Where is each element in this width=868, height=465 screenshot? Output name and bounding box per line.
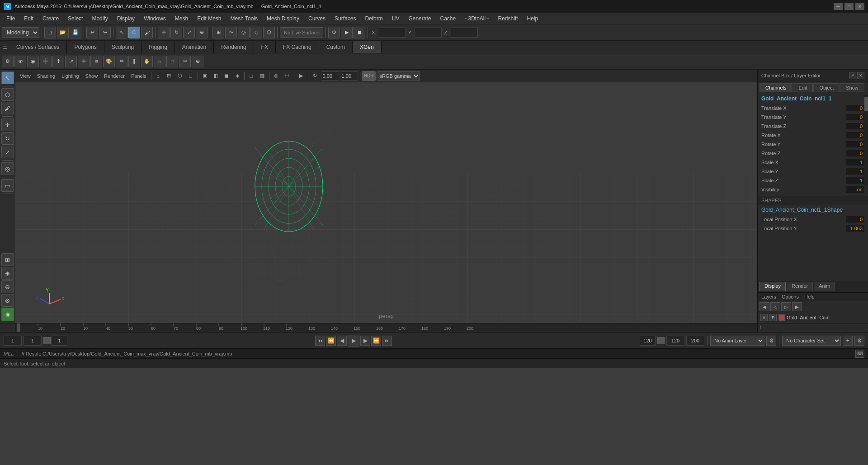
rotate-tool-button[interactable]: ↻: [170, 27, 182, 38]
rotate-x-value[interactable]: 0: [846, 132, 864, 138]
gamma-select[interactable]: sRGB gamma: [377, 71, 420, 81]
xgen-hair-button[interactable]: ≋: [90, 56, 102, 67]
snap-proj-button[interactable]: ◇: [250, 27, 262, 38]
snap-panel2-button[interactable]: ⊕: [1, 267, 14, 280]
anim-tab[interactable]: Anim: [814, 282, 835, 291]
render-button[interactable]: ▶: [341, 27, 353, 38]
undo-button[interactable]: ↩: [86, 27, 98, 38]
start-frame-field[interactable]: [24, 336, 42, 346]
tab-polygons[interactable]: Polygons: [67, 41, 104, 53]
translate-y-value[interactable]: 0: [846, 114, 864, 120]
menu-help[interactable]: Help: [523, 13, 543, 24]
object-tab[interactable]: Object: [813, 83, 840, 92]
snap-grid-button[interactable]: ⊞: [212, 27, 224, 38]
visibility-value[interactable]: on: [846, 186, 864, 193]
near-clip-field[interactable]: [321, 71, 339, 81]
go-to-end-button[interactable]: ⏭: [382, 336, 392, 346]
anim-layer-settings-button[interactable]: ⚙: [766, 336, 776, 346]
menu-modify[interactable]: Modify: [87, 13, 112, 24]
move-mode-button[interactable]: ✛: [1, 119, 14, 131]
scale-y-value[interactable]: 1: [846, 168, 864, 175]
menu-create[interactable]: Create: [38, 13, 63, 24]
rotate-mode-button[interactable]: ↻: [1, 132, 14, 145]
end-frame-field[interactable]: [640, 336, 656, 346]
xgen-tool13-button[interactable]: ⊕: [192, 56, 203, 67]
step-forward-button[interactable]: ⏩: [371, 336, 381, 346]
paint-select-button[interactable]: 🖌: [141, 27, 153, 38]
xgen-tool12-button[interactable]: ✂: [179, 56, 191, 67]
render-settings-button[interactable]: ⚙: [328, 27, 340, 38]
menu-edit[interactable]: Edit: [19, 13, 38, 24]
ipr-button[interactable]: ◼: [354, 27, 365, 38]
select-tool-button[interactable]: ↖: [116, 27, 127, 38]
viewport-canvas[interactable]: X Y Z persp: [15, 82, 757, 323]
shaded-button[interactable]: ◧: [211, 71, 221, 81]
xgen-settings-button[interactable]: ⚙: [2, 56, 14, 67]
panel-float-button[interactable]: ↗: [849, 72, 856, 79]
layer-arrow-left-button[interactable]: ◀: [760, 302, 769, 311]
minimize-button[interactable]: ─: [834, 3, 843, 10]
tab-fx-caching[interactable]: FX Caching: [276, 41, 319, 53]
hdr-button[interactable]: HDR: [362, 71, 376, 81]
xray-button[interactable]: ⚇: [282, 71, 292, 81]
prev-keyframe-button[interactable]: ◀: [337, 336, 347, 346]
menu-generate[interactable]: Generate: [404, 13, 435, 24]
range-end-field[interactable]: [666, 336, 684, 346]
z-field[interactable]: [451, 28, 478, 38]
scale-tool-button[interactable]: ⤢: [183, 27, 195, 38]
menu-cache[interactable]: Cache: [435, 13, 460, 24]
universal-manip-button[interactable]: ⊕: [196, 27, 208, 38]
redo-button[interactable]: ↪: [99, 27, 111, 38]
far-clip-field[interactable]: [340, 71, 358, 81]
step-back-button[interactable]: ⏪: [326, 336, 336, 346]
isolate-select-button[interactable]: ◎: [271, 71, 281, 81]
move-tool-button[interactable]: ✛: [158, 27, 170, 38]
rotate-y-value[interactable]: 0: [846, 141, 864, 147]
save-button[interactable]: 💾: [70, 27, 81, 38]
anim-layer-dropdown[interactable]: No Anim Layer: [710, 336, 764, 346]
textured-button[interactable]: ◼: [222, 71, 231, 81]
view-menu[interactable]: View: [17, 73, 33, 79]
layer-arrow-right2-button[interactable]: ▶: [792, 302, 802, 311]
open-button[interactable]: 📂: [57, 27, 69, 38]
menu-select[interactable]: Select: [63, 13, 87, 24]
max-frame-field[interactable]: [686, 336, 704, 346]
menu-mesh[interactable]: Mesh: [170, 13, 193, 24]
xgen-select-button[interactable]: ↗: [65, 56, 77, 67]
snap-panel-button[interactable]: ⊞: [1, 253, 14, 266]
script-editor-button[interactable]: ⌨: [855, 350, 864, 358]
local-pos-y-value[interactable]: 1.063: [846, 225, 864, 232]
x-field[interactable]: [379, 28, 406, 38]
layer-p-button[interactable]: P: [769, 314, 777, 321]
rect-select-button[interactable]: ▭: [1, 179, 14, 192]
scale-z-value[interactable]: 1: [846, 177, 864, 184]
tab-rendering[interactable]: Rendering: [214, 41, 254, 53]
menu-display[interactable]: Display: [113, 13, 139, 24]
tab-animation[interactable]: Animation: [175, 41, 214, 53]
layer-arrow-right-button[interactable]: ▷: [781, 302, 791, 311]
tab-curves-surfaces[interactable]: Curves / Surfaces: [9, 41, 67, 53]
xgen-paint-button[interactable]: 🎨: [103, 56, 115, 67]
light-shaded-button[interactable]: ◈: [232, 71, 242, 81]
green-button[interactable]: ◉: [1, 308, 14, 321]
char-set-add-button[interactable]: +: [843, 336, 853, 346]
lighting-menu[interactable]: Lighting: [59, 73, 82, 79]
layer-arrow-left2-button[interactable]: ◁: [770, 302, 780, 311]
xgen-grab-button[interactable]: ✋: [141, 56, 153, 67]
current-frame-field[interactable]: [4, 336, 22, 346]
layers-nav-item[interactable]: Layers: [760, 294, 778, 300]
layer-v-button[interactable]: V: [760, 314, 768, 321]
xgen-move2-button[interactable]: ✛: [78, 56, 90, 67]
xgen-tool11-button[interactable]: ◻: [166, 56, 178, 67]
menu-deform[interactable]: Deform: [360, 13, 387, 24]
snap-panel3-button[interactable]: ⊖: [1, 280, 14, 293]
camera-home-button[interactable]: ⌂: [153, 71, 163, 81]
options-nav-item[interactable]: Options: [780, 294, 801, 300]
xgen-display-button[interactable]: 👁: [14, 56, 26, 67]
scale-mode-button[interactable]: ⤢: [1, 146, 14, 158]
render-tab[interactable]: Render: [787, 282, 813, 291]
resolution-gate-button[interactable]: □: [246, 71, 256, 81]
menu-3dtall[interactable]: - 3DtoAll -: [460, 13, 493, 24]
new-scene-button[interactable]: 🗋: [44, 27, 56, 38]
maximize-button[interactable]: □: [844, 3, 854, 10]
